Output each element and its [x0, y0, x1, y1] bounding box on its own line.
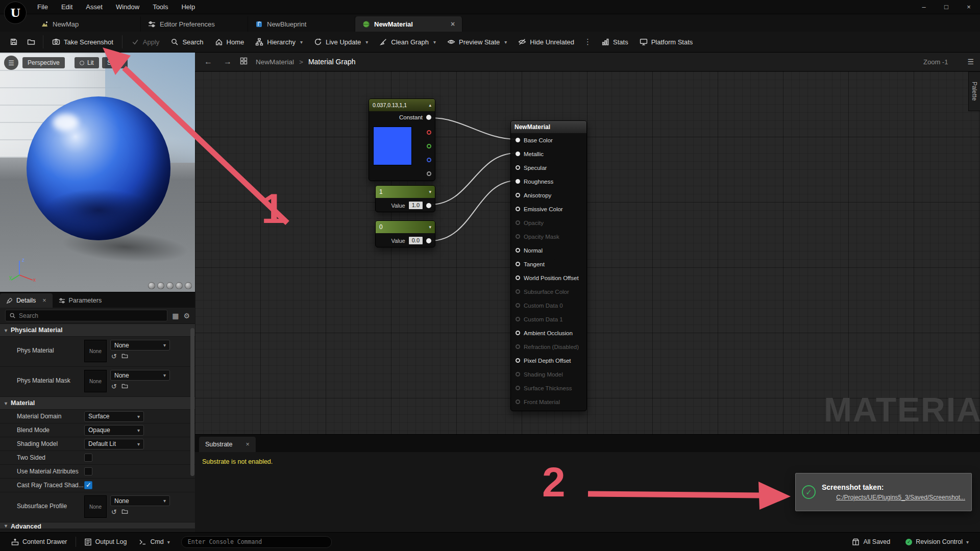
pin-alpha-channel[interactable]: [427, 167, 431, 181]
constant-color-swatch[interactable]: [373, 127, 412, 165]
constant-vector-node[interactable]: 0.037,0.13,1,1 ▴ Constant: [369, 98, 435, 181]
platform-stats-button[interactable]: Platform Stats: [634, 32, 699, 53]
pin-icon[interactable]: [516, 207, 520, 211]
scalar-node-one[interactable]: 1 ▾ Value 1.0: [375, 185, 435, 212]
material-graph-canvas[interactable]: MATERIAL 0.037,0.13,1,1 ▴ Constant: [195, 71, 980, 434]
show-button[interactable]: Show: [102, 57, 128, 68]
pin-icon[interactable]: [516, 179, 520, 184]
tab-parameters[interactable]: Parameters: [53, 293, 108, 308]
unreal-logo[interactable]: U: [4, 2, 27, 24]
pin-blue-channel[interactable]: [427, 153, 431, 167]
palette-side-tab[interactable]: Palette: [968, 71, 980, 111]
pin-icon[interactable]: [516, 358, 520, 363]
hierarchy-button[interactable]: Hierarchy ▾: [250, 32, 308, 53]
close-tab-icon[interactable]: ×: [449, 20, 457, 28]
section-physical-material[interactable]: ▾ Physical Material: [0, 324, 195, 337]
pin-icon[interactable]: [516, 317, 520, 321]
asset-thumbnail[interactable]: None: [84, 495, 107, 518]
close-tab-icon[interactable]: ×: [246, 441, 250, 448]
console-command-box[interactable]: [181, 536, 332, 548]
collapse-chevron-icon[interactable]: ▾: [429, 189, 431, 194]
pin-icon[interactable]: [516, 248, 520, 253]
tab-newblueprint[interactable]: NewBlueprint: [248, 16, 355, 32]
search-button[interactable]: Search: [165, 32, 209, 53]
details-scrollbar[interactable]: [190, 328, 194, 476]
asset-dropdown[interactable]: None▾: [110, 370, 170, 381]
pin-red-channel[interactable]: [427, 126, 431, 139]
pin-icon[interactable]: [516, 276, 520, 280]
perspective-button[interactable]: Perspective: [22, 57, 65, 68]
output-log-button[interactable]: Output Log: [80, 533, 131, 551]
search-input[interactable]: [19, 312, 163, 319]
take-screenshot-button[interactable]: Take Screenshot: [46, 32, 119, 53]
all-saved-button[interactable]: All Saved: [848, 533, 894, 551]
viewport-menu-button[interactable]: ☰: [4, 56, 18, 70]
property-checkbox[interactable]: [84, 467, 92, 475]
preview-shape-custom[interactable]: [185, 282, 192, 289]
apply-button[interactable]: Apply: [126, 32, 165, 53]
menu-item[interactable]: Edit: [55, 0, 79, 14]
maximize-button[interactable]: □: [935, 0, 958, 14]
cmd-selector[interactable]: Cmd ▾: [135, 533, 174, 551]
asset-thumbnail[interactable]: None: [84, 370, 107, 392]
menu-item[interactable]: Tools: [146, 0, 175, 14]
pin-icon[interactable]: [516, 372, 520, 377]
tab-editor-preferences[interactable]: Editor Preferences: [141, 16, 248, 32]
display-options-icon[interactable]: ▦: [172, 312, 179, 320]
scalar-output-pin[interactable]: [426, 238, 431, 243]
material-node-header[interactable]: NewMaterial: [511, 121, 586, 133]
preview-viewport[interactable]: ☰ Perspective Lit Show z x y: [0, 53, 195, 292]
value-input[interactable]: 1.0: [408, 201, 423, 210]
pin-icon[interactable]: [516, 262, 520, 266]
constant-node-header[interactable]: 0.037,0.13,1,1 ▴: [369, 99, 435, 111]
lit-button[interactable]: Lit: [75, 57, 99, 68]
tab-substrate[interactable]: Substrate ×: [199, 437, 256, 452]
forward-arrow-icon[interactable]: →: [220, 57, 235, 66]
screenshot-notification[interactable]: ✓ Screenshot taken: C:/Projects/UE/Plugi…: [795, 473, 972, 511]
use-selected-icon[interactable]: ↺: [111, 509, 117, 515]
search-box[interactable]: [5, 310, 167, 321]
use-selected-icon[interactable]: ↺: [111, 383, 117, 390]
pin-icon[interactable]: [516, 289, 520, 294]
browse-icon[interactable]: [121, 508, 128, 516]
asset-dropdown[interactable]: None▾: [110, 340, 170, 350]
minimize-button[interactable]: –: [913, 0, 935, 14]
property-dropdown[interactable]: Opaque▾: [84, 425, 144, 436]
pin-icon[interactable]: [516, 399, 520, 404]
property-dropdown[interactable]: Default Lit▾: [84, 439, 144, 449]
pin-icon[interactable]: [516, 193, 520, 197]
tab-newmap[interactable]: NewMap: [34, 16, 141, 32]
preview-shape-plane[interactable]: [166, 282, 174, 289]
menu-item[interactable]: Help: [175, 0, 202, 14]
pin-icon[interactable]: [516, 165, 520, 170]
use-selected-icon[interactable]: ↺: [111, 353, 117, 360]
pin-icon[interactable]: [516, 152, 520, 156]
property-checkbox[interactable]: [84, 481, 92, 489]
live-update-button[interactable]: Live Update ▾: [308, 32, 374, 53]
breadcrumb-root[interactable]: NewMaterial: [256, 58, 294, 66]
console-command-input[interactable]: [188, 538, 325, 545]
preview-shape-cube[interactable]: [176, 282, 183, 289]
pin-icon[interactable]: [516, 331, 520, 335]
material-result-node[interactable]: NewMaterial Base Color Metallic: [510, 120, 587, 411]
constant-output-pin[interactable]: [426, 115, 431, 120]
panel-menu-icon[interactable]: ☰: [967, 58, 974, 66]
content-drawer-button[interactable]: Content Drawer: [7, 533, 71, 551]
scalar-node-header[interactable]: 1 ▾: [376, 186, 435, 198]
notification-link[interactable]: C:/Projects/UE/Plugins5_3/Saved/Screensh…: [822, 494, 965, 501]
menu-item[interactable]: Asset: [79, 0, 109, 14]
section-material[interactable]: ▾ Material: [0, 397, 195, 410]
pin-icon[interactable]: [516, 303, 520, 308]
menu-item[interactable]: File: [31, 0, 55, 14]
save-button[interactable]: [5, 32, 22, 53]
revision-control-button[interactable]: ✓ Revision Control ▾: [901, 533, 973, 551]
collapse-chevron-icon[interactable]: ▾: [429, 224, 431, 230]
browse-to-asset-button[interactable]: [22, 32, 40, 53]
property-checkbox[interactable]: [84, 454, 92, 462]
menu-item[interactable]: Window: [109, 0, 146, 14]
browse-icon[interactable]: [121, 383, 128, 390]
pin-icon[interactable]: [516, 344, 520, 349]
tab-details[interactable]: Details ×: [0, 293, 53, 308]
preview-state-button[interactable]: Preview State ▾: [442, 32, 512, 53]
back-arrow-icon[interactable]: ←: [201, 57, 215, 66]
